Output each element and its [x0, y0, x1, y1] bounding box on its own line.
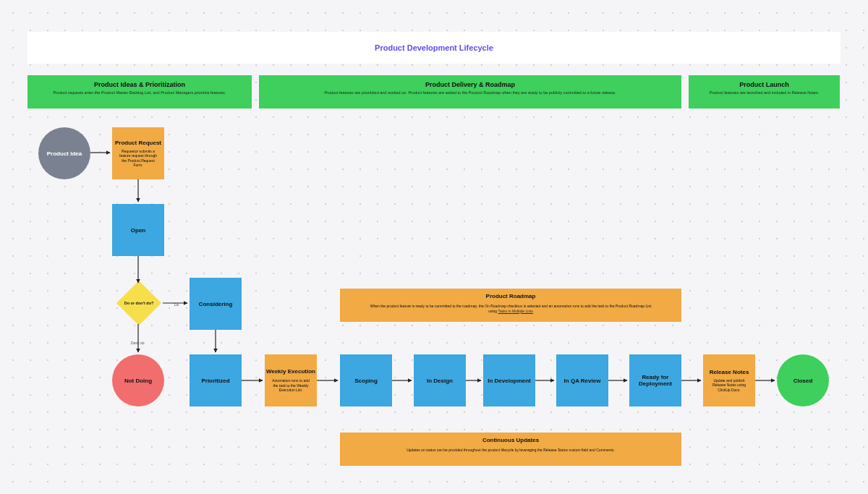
banner-continuous-updates-title: Continuous Updates	[340, 433, 681, 443]
node-product-request-sub: Requestor submits a feature request thro…	[112, 149, 164, 168]
node-weekly-execution-sub: Automation runs to add the task to the W…	[265, 378, 317, 393]
banner-product-roadmap-sub: When the product feature is ready to be …	[340, 304, 681, 313]
node-closed[interactable]: Closed	[777, 354, 829, 406]
node-product-idea[interactable]: Product Idea	[38, 127, 90, 179]
phase-delivery-sub: Product features are prioritized and wor…	[259, 90, 681, 95]
banner-continuous-updates-sub: Updates on status can be provided throug…	[340, 448, 681, 453]
phase-ideas: Product Ideas & Prioritization Product r…	[27, 75, 252, 108]
node-release-notes[interactable]: Release Notes Update and publish Release…	[703, 354, 755, 406]
node-ready-deployment[interactable]: Ready for Deployment	[629, 354, 681, 406]
banner-continuous-updates: Continuous Updates Updates on status can…	[340, 433, 681, 466]
node-in-qa-review[interactable]: In QA Review	[556, 354, 608, 406]
phase-launch-title: Product Launch	[689, 81, 840, 88]
edge-label-dontdo: Don't do	[131, 341, 145, 345]
node-release-notes-sub: Update and publish Release Notes using C…	[703, 378, 755, 393]
node-decision-text: Do or don't do?	[124, 301, 154, 306]
phase-delivery: Product Delivery & Roadmap Product featu…	[259, 75, 681, 108]
phase-launch-sub: Product features are launched and includ…	[689, 90, 840, 95]
banner-product-roadmap-title: Product Roadmap	[340, 289, 681, 299]
node-scoping[interactable]: Scoping	[340, 354, 392, 406]
phase-ideas-title: Product Ideas & Prioritization	[27, 81, 252, 88]
roadmap-link[interactable]: Tasks in Multiple Lists	[498, 309, 532, 313]
node-product-request[interactable]: Product Request Requestor submits a feat…	[112, 127, 164, 179]
banner-product-roadmap: Product Roadmap When the product feature…	[340, 289, 681, 322]
node-decision[interactable]: Do or don't do?	[116, 281, 161, 325]
node-in-development[interactable]: In Development	[483, 354, 535, 406]
node-release-notes-title: Release Notes	[710, 369, 749, 375]
edge-label-do: Do	[174, 302, 179, 307]
phase-launch: Product Launch Product features are laun…	[689, 75, 840, 108]
phase-delivery-title: Product Delivery & Roadmap	[259, 81, 681, 88]
node-weekly-execution-title: Weekly Execution	[266, 368, 315, 375]
node-considering[interactable]: Considering	[190, 278, 242, 330]
node-in-design[interactable]: In Design	[414, 354, 466, 406]
node-open[interactable]: Open	[112, 204, 164, 256]
node-not-doing[interactable]: Not Doing	[112, 354, 164, 406]
node-weekly-execution[interactable]: Weekly Execution Automation runs to add …	[265, 354, 317, 406]
node-product-request-title: Product Request	[115, 140, 161, 146]
phase-ideas-sub: Product requests enter the Product Maste…	[27, 90, 252, 95]
page-title: Product Development Lifecycle	[27, 32, 841, 64]
node-prioritized[interactable]: Prioritized	[190, 354, 242, 406]
